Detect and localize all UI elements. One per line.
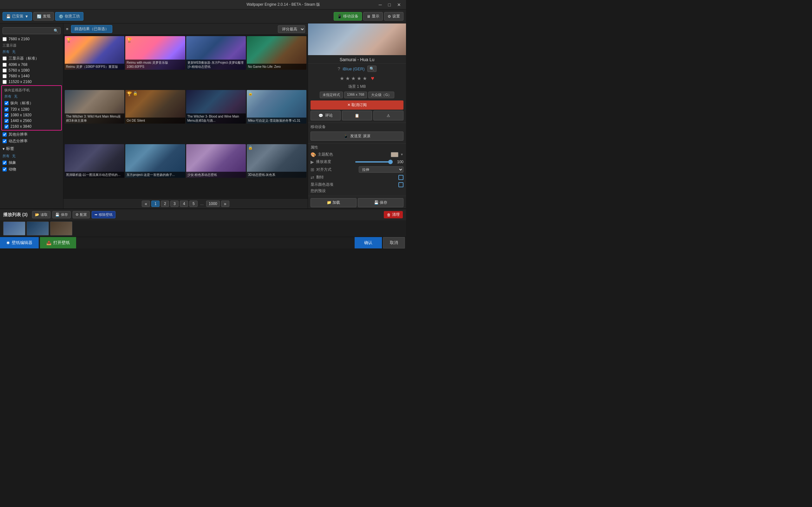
star-2[interactable]: ★ [345, 75, 350, 81]
wallpaper-item-8[interactable]: 🔒Miku-可自定义-雪花散落的冬季 v1.31 [247, 90, 306, 124]
page-4-button[interactable]: 4 [180, 201, 188, 207]
checkbox-2160[interactable] [4, 124, 9, 129]
save-preset-button[interactable]: 💾 保存 [358, 198, 404, 207]
color-options-checkbox[interactable] [398, 182, 403, 187]
send-to-button[interactable]: 📱 发送至 滚滚 [310, 131, 403, 141]
wallpaper-item-11[interactable]: 少女-粉色系动态壁纸 [186, 144, 246, 178]
prev-page-button[interactable]: « [142, 201, 150, 207]
checkbox-7680-2160[interactable] [3, 37, 7, 41]
report-button[interactable]: ⚠ [373, 111, 403, 120]
playlist-save-button[interactable]: 💾 保存 [52, 211, 71, 218]
star-3[interactable]: ★ [351, 75, 356, 81]
lock-icon: 🔒 [248, 91, 253, 96]
wallpaper-item-6[interactable]: 🏆🔒Ori DE Silent [125, 90, 185, 124]
minimize-button[interactable]: ─ [377, 2, 384, 8]
flip-checkbox[interactable] [398, 175, 403, 180]
playlist-item-1[interactable] [3, 222, 26, 235]
editor-button[interactable]: ✱ 壁纸编辑器 [0, 237, 39, 248]
wallpaper-item-3[interactable]: 更新WEB播放器-东方Project-灵梦&魔理沙-精细动态壁纸 [186, 36, 246, 70]
gear-icon: ⚙ [388, 14, 391, 19]
color-swatch[interactable] [391, 152, 398, 157]
playlist-item-2[interactable] [27, 222, 49, 235]
audience-tag[interactable]: 大众级（G） [368, 92, 394, 98]
title-bar-controls: ─ □ ✕ [377, 2, 403, 8]
wallpaper-badge-8: 🔒 [248, 91, 253, 96]
wallpaper-item-10[interactable]: 东方project-这是一首悠扬的曲子... [125, 144, 185, 178]
playlist-config-button[interactable]: ⚙ 配置 [72, 211, 90, 218]
res-triple-standard: 三显示器（标准） [0, 55, 63, 62]
checkbox-other-resolution[interactable] [3, 132, 7, 136]
page-1-button[interactable]: 1 [151, 201, 159, 207]
discover-button[interactable]: 🔄 发现 [33, 12, 54, 20]
align-select[interactable]: 拉伸 [359, 166, 404, 173]
discover-icon: 🔄 [37, 14, 42, 19]
portrait-none-link[interactable]: 无 [14, 94, 17, 99]
copy-icon: 📋 [355, 113, 359, 118]
wallpaper-item-7[interactable]: The Witcher 3- Blood and Wine Main Menu巫… [186, 90, 246, 124]
speed-slider[interactable] [355, 161, 393, 163]
filter-button[interactable]: 篩选结果（已筛选） [71, 25, 112, 33]
tags-all-none: 所有 无 [0, 153, 63, 159]
portrait-all-link[interactable]: 所有 [4, 94, 11, 99]
wallpaper-item-1[interactable]: 🏆Reimu 灵梦（1080P 60FPS）重置版 [65, 36, 124, 70]
page-5-button[interactable]: 5 [189, 201, 198, 207]
wallpaper-item-4[interactable]: No Game No Life: Zero [247, 36, 306, 70]
playlist-read-button[interactable]: 📂 读取 [32, 211, 50, 218]
star-4[interactable]: ★ [357, 75, 361, 81]
mobile-device-button[interactable]: 📱 移动设备 [334, 12, 362, 20]
workshop-button[interactable]: ⚙️ 创意工坊 [55, 12, 84, 20]
search-icon[interactable]: 🔍 [54, 29, 58, 33]
checkbox-triple-standard[interactable] [3, 56, 7, 60]
search-input[interactable] [5, 29, 54, 33]
copy-button[interactable]: 📋 [342, 111, 372, 120]
search-author-button[interactable]: 🔍 [367, 66, 376, 72]
close-button[interactable]: ✕ [395, 2, 403, 8]
unsubscribe-button[interactable]: ✕ 取消订阅 [310, 101, 403, 110]
favorite-button[interactable]: ♥ [371, 75, 374, 82]
resolution-tag[interactable]: 1366 x 768 [344, 92, 367, 98]
sort-select[interactable]: 评分最高 [278, 25, 305, 33]
checkbox-abstract[interactable] [3, 161, 7, 165]
page-2-button[interactable]: 2 [161, 201, 169, 207]
star-1[interactable]: ★ [340, 75, 344, 81]
comment-button[interactable]: 💬 评论 [310, 111, 341, 120]
next-page-button[interactable]: » [221, 201, 229, 207]
open-wallpaper-button[interactable]: 📤 打开壁纸 [40, 237, 76, 248]
checkbox-portrait-standard[interactable] [4, 101, 9, 105]
checkbox-7680-1440[interactable] [3, 74, 7, 78]
playlist-remove-button[interactable]: ➡ 移除壁纸 [92, 211, 115, 218]
star-5[interactable]: ★ [362, 75, 367, 81]
checkbox-4096[interactable] [3, 63, 7, 67]
wallpaper-item-9[interactable]: 黑洞吸积盘-以一图流展示动态壁纸的... [65, 144, 124, 178]
display-button[interactable]: 🖥 显示 [363, 12, 383, 20]
tags-all-link[interactable]: 所有 [3, 154, 9, 158]
load-preset-button[interactable]: 📁 加载 [310, 198, 357, 207]
wallpaper-item-5[interactable]: The Witcher 3: Wild Hunt Main Menu巫师3本体主… [65, 90, 124, 124]
playlist-item-3[interactable] [50, 222, 72, 235]
checkbox-1080[interactable] [4, 113, 9, 117]
checkbox-1440[interactable] [4, 119, 9, 123]
wallpaper-item-12[interactable]: 🔒3D动态壁纸-灰色系 [247, 144, 306, 178]
wallpaper-item-2[interactable]: 🏆Reimu with music 灵梦音乐版 1080.60FPS [125, 36, 185, 70]
wallpaper-title-1: Reimu 灵梦（1080P 60FPS）重置版 [65, 64, 124, 70]
triple-none-link[interactable]: 无 [12, 49, 15, 54]
confirm-button[interactable]: 确认 [355, 237, 382, 248]
checkbox-11520[interactable] [3, 80, 7, 84]
checkbox-5760[interactable] [3, 68, 7, 72]
author-question-icon[interactable]: ? [338, 66, 340, 71]
checkbox-dynamic-resolution[interactable] [3, 139, 7, 143]
cancel-button[interactable]: 取消 [383, 237, 405, 248]
triple-all-link[interactable]: 所有 [3, 49, 9, 54]
page-1000-button[interactable]: 1000 [206, 201, 220, 207]
checkbox-720[interactable] [4, 107, 9, 112]
page-3-button[interactable]: 3 [170, 201, 179, 207]
tags-none-link[interactable]: 无 [12, 154, 15, 158]
installed-button[interactable]: 💾 已安装 ▼ [3, 12, 32, 20]
search-box[interactable]: 🔍 [3, 27, 61, 34]
author-name[interactable]: iBlue (GER) [343, 66, 364, 71]
playlist-clear-button[interactable]: 🗑 清理 [384, 211, 403, 218]
checkbox-animal[interactable] [3, 167, 7, 171]
style-tag[interactable]: 未指定样式 [320, 92, 343, 98]
maximize-button[interactable]: □ [386, 2, 393, 8]
settings-button[interactable]: ⚙ 设置 [384, 12, 403, 20]
